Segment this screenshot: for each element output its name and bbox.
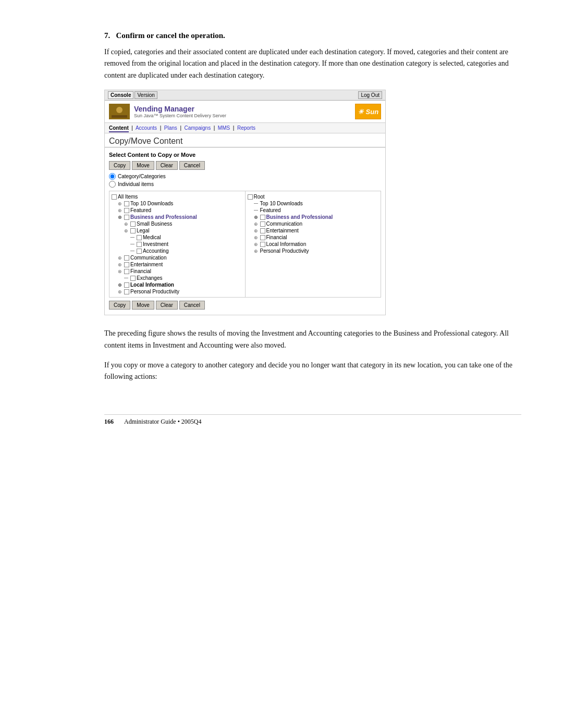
nav-campaigns[interactable]: Campaigns — [185, 125, 211, 131]
tree-item[interactable]: ⊕ Communication — [118, 254, 243, 261]
checkbox-icon[interactable] — [260, 221, 265, 227]
paragraph-2: The preceding figure shows the results o… — [104, 328, 521, 351]
checkbox-icon[interactable] — [124, 201, 129, 206]
expand-icon[interactable]: ⊕ — [124, 228, 129, 233]
expand-icon[interactable]: ⊕ — [254, 235, 259, 240]
tree-item[interactable]: ⊕ Entertainment — [254, 227, 379, 234]
nav-console[interactable]: Console — [108, 91, 133, 99]
tree-label: Investment — [143, 241, 168, 247]
expand-icon[interactable]: ⊕ — [118, 255, 123, 261]
checkbox-icon[interactable] — [124, 289, 129, 294]
step-heading: 7. Confirm or cancel the operation. — [104, 31, 521, 40]
nav-reports[interactable]: Reports — [237, 125, 255, 131]
expand-icon[interactable]: ⊗ — [118, 215, 123, 220]
checkbox-icon[interactable] — [124, 208, 129, 213]
checkbox-icon[interactable] — [260, 235, 265, 240]
radio-category-label: Category/Categories — [118, 174, 166, 179]
cancel-button-bottom[interactable]: Cancel — [179, 301, 205, 310]
page-number: 166 — [104, 418, 114, 426]
checkbox-icon[interactable] — [260, 228, 265, 233]
top-nav-right: Log Out — [358, 91, 382, 99]
nav-plans[interactable]: Plans — [164, 125, 177, 131]
tree-item[interactable]: Top 10 Downloads — [254, 200, 379, 207]
expand-icon[interactable]: ⊕ — [118, 201, 123, 206]
tree-item[interactable]: ⊕ Financial — [254, 234, 379, 241]
nav-accounts[interactable]: Accounts — [136, 125, 157, 131]
radio-category-input[interactable] — [109, 173, 116, 180]
content-nav: Content | Accounts | Plans | Campaigns |… — [105, 122, 385, 133]
checkbox-icon[interactable] — [124, 269, 129, 274]
checkbox-icon[interactable] — [137, 249, 142, 254]
btn-bar-bottom: Copy Move Clear Cancel — [109, 301, 381, 310]
tree-item[interactable]: ⊕ Local Information — [118, 281, 243, 288]
clear-button-bottom[interactable]: Clear — [156, 301, 178, 310]
tree-item[interactable]: ⊕ Communication — [254, 220, 379, 227]
app-subtitle: Sun Java™ System Content Delivery Server — [134, 113, 226, 118]
checkbox-icon[interactable] — [260, 215, 265, 220]
tree-item[interactable]: ⊕ Local Information — [254, 241, 379, 248]
section-title: Select Content to Copy or Move — [109, 152, 381, 158]
tree-item[interactable]: ⊕ Featured — [118, 207, 243, 214]
tree-item-business[interactable]: ⊗ Business and Professional — [118, 214, 243, 220]
checkbox-icon[interactable] — [130, 221, 136, 227]
checkbox-icon[interactable] — [130, 276, 136, 281]
expand-icon[interactable]: ⊕ — [254, 215, 259, 220]
expand-icon[interactable]: ⊕ — [254, 221, 259, 227]
expand-icon[interactable]: ⊗ — [118, 269, 123, 274]
nav-logout[interactable]: Log Out — [358, 91, 382, 99]
expand-icon[interactable]: ⊕ — [254, 228, 259, 233]
tree-item[interactable]: ⊕ Personal Productivity — [254, 248, 379, 254]
tree-item[interactable]: Featured — [254, 207, 379, 214]
radio-individual-input[interactable] — [109, 181, 116, 188]
tree-item[interactable]: ⊕ Entertainment — [118, 261, 243, 268]
sun-logo: ☀ Sun — [355, 104, 381, 119]
expand-icon[interactable]: ⊕ — [124, 221, 129, 227]
checkbox-icon[interactable] — [137, 242, 142, 247]
tree-item[interactable]: ⊕ Small Business — [124, 220, 243, 227]
tree-label: Featured — [130, 207, 151, 213]
expand-icon[interactable]: ⊕ — [118, 262, 123, 267]
nav-version[interactable]: Version — [134, 91, 157, 99]
tree-label: Featured — [260, 207, 281, 213]
tree-item[interactable]: ⊕ Personal Productivity — [118, 288, 243, 295]
checkbox-icon[interactable] — [124, 282, 129, 288]
copy-button[interactable]: Copy — [109, 161, 130, 170]
nav-content[interactable]: Content — [109, 125, 129, 132]
clear-button[interactable]: Clear — [156, 161, 178, 170]
dash-icon — [254, 210, 258, 211]
move-button-bottom[interactable]: Move — [132, 301, 154, 310]
checkbox-icon[interactable] — [260, 242, 265, 247]
tree-item[interactable]: ⊗ Financial — [118, 268, 243, 275]
tree-item[interactable]: Investment — [130, 241, 243, 248]
tree-item[interactable]: Accounting — [130, 248, 243, 254]
expand-icon[interactable]: ⊕ — [118, 208, 123, 213]
tree-item[interactable]: ⊕ Top 10 Downloads — [118, 200, 243, 207]
tree-label: Financial — [266, 235, 287, 240]
tree-item[interactable]: ⊕ Legal — [124, 227, 243, 234]
nav-mms[interactable]: MMS — [218, 125, 230, 131]
checkbox-icon[interactable] — [124, 215, 129, 220]
tree-item[interactable]: All Items — [112, 193, 243, 200]
checkbox-icon[interactable] — [124, 255, 129, 261]
move-button[interactable]: Move — [132, 161, 154, 170]
expand-icon[interactable]: ⊕ — [118, 282, 123, 288]
cancel-button[interactable]: Cancel — [179, 161, 205, 170]
tree-item[interactable]: Root — [248, 193, 379, 200]
tree-item[interactable]: Exchanges — [124, 275, 243, 281]
tree-item[interactable]: Medical — [130, 234, 243, 241]
checkbox-icon[interactable] — [248, 194, 253, 200]
checkbox-icon[interactable] — [130, 228, 136, 233]
tree-item-business[interactable]: ⊕ Business and Professional — [254, 214, 379, 220]
expand-icon[interactable]: ⊕ — [118, 289, 123, 294]
expand-icon[interactable]: ⊕ — [254, 249, 259, 254]
checkbox-icon[interactable] — [137, 235, 142, 240]
tree-label: Exchanges — [137, 275, 162, 281]
btn-bar-top: Copy Move Clear Cancel — [109, 161, 381, 170]
tree-label: Entertainment — [266, 228, 299, 233]
expand-icon[interactable]: ⊕ — [254, 242, 259, 247]
tree-label: Root — [254, 194, 265, 200]
checkbox-icon[interactable] — [124, 262, 129, 267]
copy-button-bottom[interactable]: Copy — [109, 301, 130, 310]
checkbox-icon[interactable] — [112, 194, 117, 200]
page-footer: 166 Administrator Guide • 2005Q4 — [104, 414, 521, 426]
